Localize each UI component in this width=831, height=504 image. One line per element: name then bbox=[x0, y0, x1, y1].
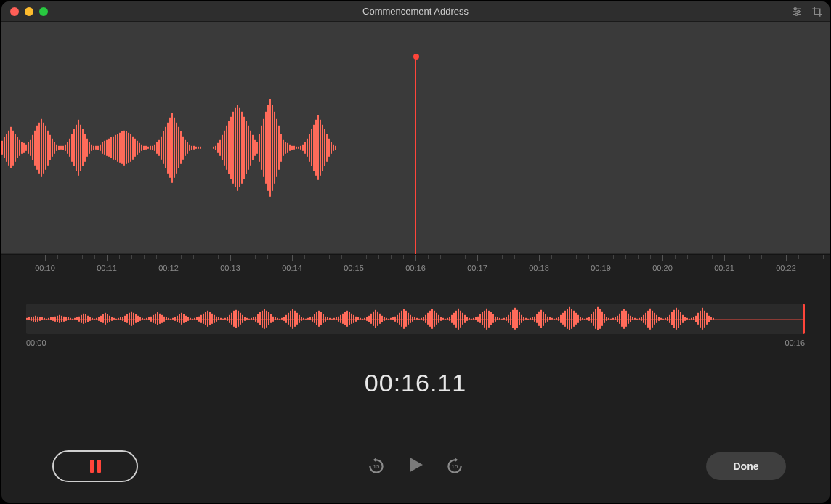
overview-playhead[interactable] bbox=[803, 304, 805, 334]
svg-marker-8 bbox=[455, 458, 458, 463]
controls-bar: 15 15 Done bbox=[1, 444, 830, 488]
ruler-label: 00:21 bbox=[714, 264, 734, 272]
svg-marker-6 bbox=[373, 458, 376, 463]
timeline-ruler[interactable]: 00:1000:1100:1200:1300:1400:1500:1600:17… bbox=[1, 254, 830, 283]
settings-icon[interactable] bbox=[790, 5, 803, 21]
fullscreen-button[interactable] bbox=[39, 7, 48, 16]
done-button[interactable]: Done bbox=[706, 452, 786, 480]
ruler-label: 00:17 bbox=[467, 264, 487, 272]
elapsed-time: 00:16.11 bbox=[1, 369, 830, 397]
ruler-label: 00:22 bbox=[776, 264, 796, 272]
ruler-label: 00:16 bbox=[405, 264, 426, 272]
waveform-area[interactable] bbox=[1, 22, 830, 254]
ruler-label: 00:14 bbox=[282, 264, 302, 272]
skip-forward-button[interactable]: 15 bbox=[445, 457, 464, 476]
play-button[interactable] bbox=[405, 454, 426, 479]
svg-point-5 bbox=[795, 13, 798, 15]
pause-icon bbox=[90, 460, 101, 473]
window-controls bbox=[10, 7, 48, 16]
svg-point-3 bbox=[798, 11, 800, 13]
svg-point-1 bbox=[794, 8, 796, 10]
skip-forward-seconds: 15 bbox=[452, 463, 458, 470]
ruler-label: 00:18 bbox=[529, 264, 549, 272]
window-title: Commencement Address bbox=[1, 6, 830, 17]
waveform-main bbox=[1, 99, 337, 196]
skip-back-button[interactable]: 15 bbox=[367, 457, 386, 476]
svg-marker-7 bbox=[410, 458, 423, 472]
ruler-label: 00:15 bbox=[344, 264, 364, 272]
ruler-label: 00:11 bbox=[97, 264, 117, 272]
titlebar: Commencement Address bbox=[1, 1, 830, 22]
window: Commencement Address 00:1000:1100:1200:1… bbox=[1, 1, 830, 503]
record-pause-button[interactable] bbox=[52, 450, 138, 482]
overview-start-time: 00:00 bbox=[26, 338, 46, 347]
minimize-button[interactable] bbox=[25, 7, 33, 16]
overview-end-time: 00:16 bbox=[785, 338, 805, 347]
ruler-label: 00:19 bbox=[591, 264, 611, 272]
skip-back-seconds: 15 bbox=[373, 463, 380, 470]
overview-waveform bbox=[26, 307, 805, 330]
ruler-label: 00:20 bbox=[652, 264, 673, 272]
trim-icon[interactable] bbox=[811, 5, 824, 21]
close-button[interactable] bbox=[10, 7, 19, 16]
playhead[interactable] bbox=[416, 57, 416, 258]
overview-strip[interactable] bbox=[26, 304, 805, 334]
ruler-label: 00:12 bbox=[158, 264, 179, 272]
ruler-label: 00:13 bbox=[220, 264, 240, 272]
ruler-label: 00:10 bbox=[35, 264, 55, 272]
